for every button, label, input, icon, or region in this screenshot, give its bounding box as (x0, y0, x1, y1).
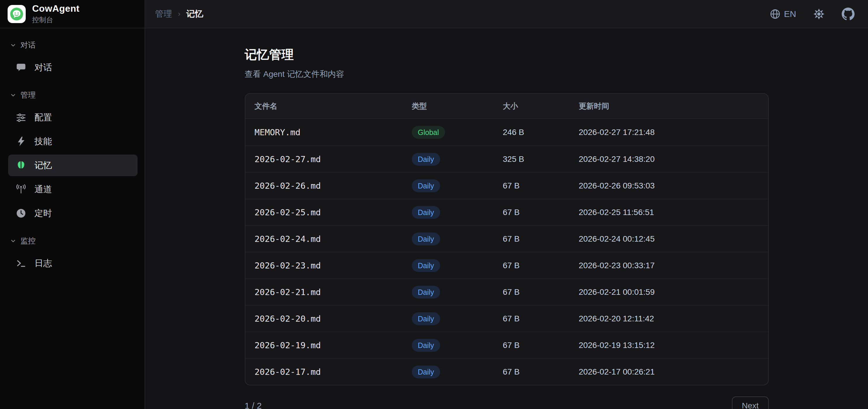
cell-type: Daily (412, 259, 503, 272)
next-page-button[interactable]: Next (732, 397, 769, 409)
cell-filename: 2026-02-19.md (255, 340, 412, 350)
cell-type: Daily (412, 153, 503, 166)
antenna-icon (16, 184, 26, 194)
nav-section-management[interactable]: 管理 (0, 86, 145, 104)
type-badge: Daily (412, 286, 440, 298)
type-badge: Daily (412, 259, 440, 272)
type-badge: Daily (412, 339, 440, 352)
topbar: 管理 › 记忆 EN (145, 0, 868, 28)
sidebar-item-memory[interactable]: 记忆 (8, 154, 137, 176)
cell-type: Daily (412, 312, 503, 325)
app-subtitle: 控制台 (32, 15, 80, 25)
breadcrumb-current: 记忆 (186, 8, 203, 20)
cell-type: Daily (412, 339, 503, 352)
cell-updated: 2026-02-19 13:15:12 (579, 341, 759, 350)
app-logo-icon (8, 5, 26, 23)
type-badge: Global (412, 126, 445, 139)
sidebar-item-label: 技能 (34, 136, 52, 148)
cell-updated: 2026-02-27 17:21:48 (579, 128, 759, 137)
sidebar-item-skills[interactable]: 技能 (8, 130, 137, 152)
table-row[interactable]: 2026-02-20.md Daily 67 B 2026-02-20 12:1… (245, 305, 768, 331)
language-switcher[interactable]: EN (770, 9, 796, 19)
sidebar-item-label: 日志 (34, 257, 52, 269)
main-content: 记忆管理 查看 Agent 记忆文件和内容 文件名 类型 大小 更新时间 MEM… (145, 28, 868, 409)
table-body: MEMORY.md Global 246 B 2026-02-27 17:21:… (245, 119, 768, 385)
cell-updated: 2026-02-25 11:56:51 (579, 208, 759, 217)
sidebar-item-channels[interactable]: 通道 (8, 178, 137, 200)
cell-size: 67 B (503, 341, 579, 350)
cell-type: Daily (412, 206, 503, 219)
sun-icon (813, 8, 825, 20)
sidebar-item-label: 通道 (34, 183, 52, 196)
table-row[interactable]: 2026-02-27.md Daily 325 B 2026-02-27 14:… (245, 145, 768, 172)
cell-filename: 2026-02-24.md (255, 234, 412, 244)
type-badge: Daily (412, 206, 440, 219)
table-row[interactable]: 2026-02-25.md Daily 67 B 2026-02-25 11:5… (245, 199, 768, 225)
bolt-icon (16, 137, 26, 146)
pagination: 1 / 2 Next (245, 397, 769, 409)
sidebar-item-conversation[interactable]: 对话 (8, 57, 137, 78)
chevron-down-icon (10, 238, 17, 244)
type-badge: Daily (412, 153, 440, 166)
cell-type: Daily (412, 233, 503, 245)
chat-icon (16, 62, 26, 72)
table-row[interactable]: 2026-02-21.md Daily 67 B 2026-02-21 00:0… (245, 279, 768, 305)
cell-updated: 2026-02-24 00:12:45 (579, 234, 759, 244)
col-filename: 文件名 (255, 101, 412, 111)
cell-updated: 2026-02-23 00:33:17 (579, 261, 759, 270)
table-row[interactable]: MEMORY.md Global 246 B 2026-02-27 17:21:… (245, 119, 768, 145)
cell-filename: 2026-02-23.md (255, 261, 412, 270)
table-row[interactable]: 2026-02-19.md Daily 67 B 2026-02-19 13:1… (245, 331, 768, 358)
table-row[interactable]: 2026-02-26.md Daily 67 B 2026-02-26 09:5… (245, 172, 768, 199)
cell-type: Daily (412, 366, 503, 378)
cell-updated: 2026-02-20 12:11:42 (579, 314, 759, 323)
col-size: 大小 (503, 101, 579, 111)
clock-icon (16, 208, 26, 218)
type-badge: Daily (412, 233, 440, 245)
cell-type: Daily (412, 179, 503, 192)
sliders-icon (16, 113, 26, 122)
sidebar-item-label: 配置 (34, 112, 52, 123)
cell-filename: 2026-02-27.md (255, 154, 412, 164)
brain-icon (16, 160, 26, 170)
breadcrumb-root[interactable]: 管理 (155, 8, 172, 20)
cell-updated: 2026-02-27 14:38:20 (579, 154, 759, 164)
cell-size: 67 B (503, 208, 579, 217)
cell-updated: 2026-02-26 09:53:03 (579, 181, 759, 191)
type-badge: Daily (412, 179, 440, 192)
col-updated: 更新时间 (579, 101, 759, 111)
cell-filename: 2026-02-21.md (255, 287, 412, 297)
terminal-icon (16, 258, 26, 268)
table-row[interactable]: 2026-02-24.md Daily 67 B 2026-02-24 00:1… (245, 225, 768, 252)
sidebar: CowAgent 控制台 对话 对话 管理 (0, 0, 145, 409)
cell-updated: 2026-02-21 00:01:59 (579, 288, 759, 297)
sidebar-item-logs[interactable]: 日志 (8, 253, 137, 274)
chevron-down-icon (10, 92, 17, 98)
page-indicator: 1 / 2 (245, 401, 262, 409)
breadcrumb-separator-icon: › (178, 9, 181, 19)
cell-size: 67 B (503, 367, 579, 377)
theme-toggle-button[interactable] (813, 8, 825, 20)
sidebar-item-scheduler[interactable]: 定时 (8, 202, 137, 224)
sidebar-item-label: 对话 (34, 62, 52, 74)
cell-type: Daily (412, 286, 503, 298)
table-row[interactable]: 2026-02-17.md Daily 67 B 2026-02-17 00:2… (245, 358, 768, 385)
nav-section-monitoring[interactable]: 监控 (0, 232, 145, 250)
nav-section-conversation[interactable]: 对话 (0, 36, 145, 54)
cell-filename: 2026-02-25.md (255, 207, 412, 217)
language-label: EN (784, 9, 796, 19)
cell-size: 67 B (503, 314, 579, 323)
type-badge: Daily (412, 312, 440, 325)
sidebar-item-label: 定时 (34, 207, 52, 220)
cell-filename: 2026-02-26.md (255, 181, 412, 191)
brand: CowAgent 控制台 (0, 0, 145, 28)
page-title: 记忆管理 (245, 47, 769, 63)
sidebar-item-config[interactable]: 配置 (8, 107, 137, 128)
github-link[interactable] (842, 8, 855, 21)
memory-files-table: 文件名 类型 大小 更新时间 MEMORY.md Global 246 B 20… (245, 93, 769, 385)
cell-size: 246 B (503, 128, 579, 137)
sidebar-nav: 对话 对话 管理 配置 (0, 28, 145, 282)
cell-size: 67 B (503, 181, 579, 191)
table-row[interactable]: 2026-02-23.md Daily 67 B 2026-02-23 00:3… (245, 252, 768, 279)
cell-size: 67 B (503, 288, 579, 297)
